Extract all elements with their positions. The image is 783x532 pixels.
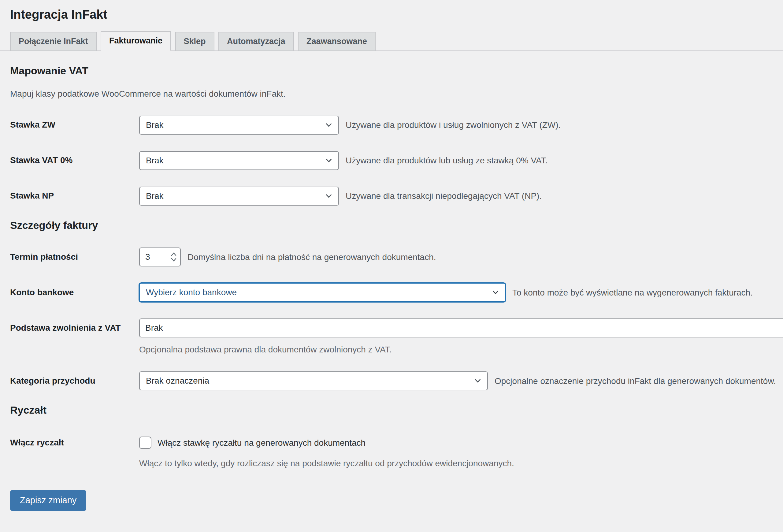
select-value: Brak [146, 156, 164, 165]
field-description: To konto może być wyświetlane na wygener… [512, 287, 753, 298]
field-description: Włącz to tylko wtedy, gdy rozliczasz się… [139, 458, 514, 469]
tab-bar: Połączenie InFakt Fakturowanie Sklep Aut… [0, 31, 783, 51]
field-label-wlacz-ryczalt: Włącz ryczałt [10, 437, 139, 449]
chevron-down-icon [473, 376, 482, 385]
bank-account-select[interactable]: Wybierz konto bankowe [139, 283, 506, 302]
field-label-stawka-np: Stawka NP [10, 190, 139, 201]
field-row-stawka-np: Stawka NP Brak Używane dla transakcji ni… [10, 187, 783, 206]
section-heading-ryczalt: Ryczałt [10, 404, 783, 416]
field-label-konto-bankowe: Konto bankowe [10, 287, 139, 298]
settings-page: Integracja InFakt Połączenie InFakt Fakt… [0, 0, 783, 511]
stawka-zw-select[interactable]: Brak [139, 116, 339, 135]
revenue-category-select[interactable]: Brak oznaczenia [139, 371, 488, 390]
field-row-podstawa-zwolnienia: Podstawa zwolnienia z VAT Opcjonalna pod… [10, 318, 783, 355]
stawka-np-select[interactable]: Brak [139, 187, 339, 206]
section-heading-mapowanie-vat: Mapowanie VAT [10, 65, 783, 76]
ryczalt-checkbox[interactable] [139, 437, 151, 449]
page-title: Integracja InFakt [10, 7, 783, 22]
tab-automatyzacja[interactable]: Automatyzacja [218, 32, 294, 51]
select-value: Brak oznaczenia [146, 376, 209, 386]
field-description: Używane dla produktów i usług zwolnionyc… [346, 120, 561, 130]
tab-polaczenie-infakt[interactable]: Połączenie InFakt [10, 32, 97, 51]
tab-zaawansowane[interactable]: Zaawansowane [298, 32, 376, 51]
chevron-down-icon [491, 288, 500, 297]
tab-sklep[interactable]: Sklep [175, 32, 214, 51]
select-value: Brak [146, 191, 164, 201]
field-row-kategoria-przychodu: Kategoria przychodu Brak oznaczenia Opcj… [10, 371, 783, 390]
vat-exemption-basis-input[interactable] [139, 318, 783, 338]
select-value: Wybierz konto bankowe [146, 288, 237, 298]
field-label-termin-platnosci: Termin płatności [10, 251, 139, 262]
number-stepper-icon[interactable] [170, 250, 178, 264]
stawka-vat0-select[interactable]: Brak [139, 151, 339, 170]
chevron-down-icon [324, 191, 334, 201]
field-row-wlacz-ryczalt: Włącz ryczałt Włącz stawkę ryczałtu na g… [10, 437, 783, 469]
field-label-podstawa-zwolnienia: Podstawa zwolnienia z VAT [10, 318, 139, 338]
field-description: Używane dla produktów lub usług ze stawk… [346, 155, 547, 166]
section-heading-szczegoly-faktury: Szczegóły faktury [10, 220, 783, 231]
field-row-konto-bankowe: Konto bankowe Wybierz konto bankowe To k… [10, 283, 783, 302]
save-button[interactable]: Zapisz zmiany [10, 490, 86, 511]
field-description: Opcjonalne oznaczenie przychodu inFakt d… [495, 376, 776, 386]
field-label-stawka-vat0: Stawka VAT 0% [10, 155, 139, 166]
chevron-down-icon [324, 156, 334, 165]
field-description: Opcjonalna podstawa prawna dla dokumentó… [139, 344, 392, 355]
field-row-stawka-vat0: Stawka VAT 0% Brak Używane dla produktów… [10, 151, 783, 170]
section-description: Mapuj klasy podatkowe WooCommerce na war… [10, 89, 783, 99]
field-description: Używane dla transakcji niepodlegających … [346, 191, 542, 201]
tab-fakturowanie[interactable]: Fakturowanie [101, 31, 171, 51]
chevron-down-icon [324, 121, 334, 130]
checkbox-label: Włącz stawkę ryczałtu na generowanych do… [158, 437, 366, 448]
select-value: Brak [146, 120, 164, 130]
field-description: Domyślna liczba dni na płatność na gener… [187, 252, 436, 262]
field-label-kategoria-przychodu: Kategoria przychodu [10, 375, 139, 386]
field-row-termin-platnosci: Termin płatności Domyślna liczba dni na … [10, 248, 783, 267]
field-row-stawka-zw: Stawka ZW Brak Używane dla produktów i u… [10, 116, 783, 135]
field-label-stawka-zw: Stawka ZW [10, 119, 139, 130]
